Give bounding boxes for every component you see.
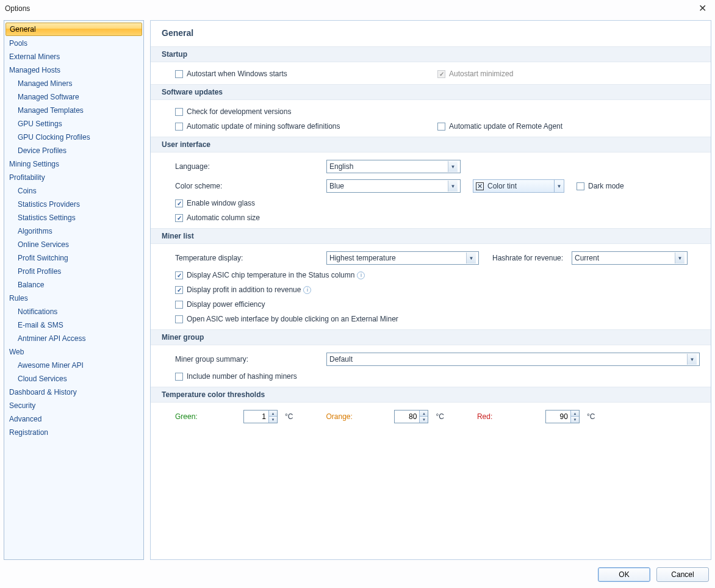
spin-down-icon[interactable]: ▼ [268, 417, 277, 423]
cancel-button[interactable]: Cancel [656, 567, 709, 582]
ok-button[interactable]: OK [598, 567, 650, 582]
sidebar-item[interactable]: Notifications [4, 305, 143, 318]
sidebar-item[interactable]: Pools [4, 37, 143, 50]
titlebar: Options ✕ [0, 0, 715, 16]
sidebar-item[interactable]: E-mail & SMS [4, 318, 143, 332]
sidebar-item[interactable]: Profitability [4, 171, 143, 184]
sidebar-item[interactable]: Balance [4, 278, 143, 292]
sidebar-item[interactable]: Coins [4, 184, 143, 198]
checkbox-window-glass[interactable]: Enable window glass [175, 199, 255, 207]
sidebar-item[interactable]: Online Services [4, 238, 143, 251]
checkbox-icon [175, 214, 183, 222]
threshold-orange-label: Orange: [326, 412, 387, 421]
sidebar-item[interactable]: Web [4, 345, 143, 359]
info-icon[interactable]: i [303, 286, 311, 294]
close-icon[interactable]: ✕ [695, 2, 710, 14]
hashrate-revenue-select[interactable]: Current ▼ [572, 251, 688, 265]
checkbox-auto-column-size[interactable]: Automatic column size [175, 213, 260, 222]
sidebar-item[interactable]: Registration [4, 426, 143, 439]
unit-label: °C [587, 412, 595, 421]
checkbox-power-efficiency[interactable]: Display power efficiency [175, 300, 265, 309]
threshold-green-spinner[interactable]: ▲▼ [243, 410, 278, 423]
section-header-ui: User interface [151, 137, 711, 152]
info-icon[interactable]: i [357, 271, 365, 279]
client-area: GeneralPoolsExternal MinersManaged Hosts… [0, 16, 715, 564]
threshold-orange-input[interactable] [395, 412, 419, 421]
chevron-down-icon: ▼ [466, 253, 476, 264]
language-label: Language: [175, 162, 326, 171]
chevron-down-icon: ▼ [687, 354, 697, 365]
threshold-red-spinner[interactable]: ▲▼ [545, 410, 580, 423]
section-header-miner-list: Miner list [151, 228, 711, 244]
threshold-green-label: Green: [175, 412, 236, 421]
checkbox-dev-versions[interactable]: Check for development versions [175, 107, 291, 116]
sidebar-item[interactable]: GPU Clocking Profiles [4, 131, 143, 144]
dialog-footer: OK Cancel [0, 564, 715, 588]
chevron-down-icon: ▼ [675, 253, 684, 264]
checkbox-update-remote-agent[interactable]: Automatic update of Remote Agent [437, 122, 562, 131]
sidebar-item[interactable]: Security [4, 399, 143, 412]
sidebar-item[interactable]: Rules [4, 292, 143, 305]
chevron-down-icon: ▼ [554, 180, 564, 192]
checkbox-icon [175, 123, 183, 131]
sidebar-item[interactable]: Managed Miners [4, 77, 143, 90]
sidebar-item[interactable]: Managed Hosts [4, 63, 143, 77]
checkbox-open-asic-web[interactable]: Open ASIC web interface by double clicki… [175, 315, 398, 323]
sidebar-item[interactable]: Dashboard & History [4, 385, 143, 399]
checkbox-icon [175, 373, 183, 381]
page-title: General [162, 28, 700, 38]
checkbox-icon [437, 70, 445, 78]
spin-down-icon[interactable]: ▼ [570, 417, 579, 423]
sidebar-item[interactable]: External Miners [4, 50, 143, 63]
checkbox-icon [175, 271, 183, 279]
checkbox-include-hashing-miners[interactable]: Include number of hashing miners [175, 372, 297, 381]
checkbox-autostart[interactable]: Autostart when Windows starts [175, 70, 287, 78]
section-header-miner-group: Miner group [151, 329, 711, 345]
spin-down-icon[interactable]: ▼ [419, 417, 428, 423]
miner-group-summary-label: Miner group summary: [175, 355, 326, 364]
section-header-startup: Startup [151, 46, 711, 62]
threshold-green-input[interactable] [244, 412, 268, 421]
hashrate-revenue-label: Hashrate for revenue: [492, 254, 572, 262]
sidebar-item[interactable]: Profit Profiles [4, 265, 143, 278]
spin-up-icon[interactable]: ▲ [419, 411, 428, 417]
sidebar-item[interactable]: Mining Settings [4, 157, 143, 171]
sidebar-item[interactable]: Antminer API Access [4, 332, 143, 345]
options-page: General Startup Autostart when Windows s… [150, 20, 711, 560]
section-header-updates: Software updates [151, 84, 711, 100]
language-select[interactable]: English ▼ [326, 160, 461, 173]
sidebar-item[interactable]: Statistics Providers [4, 198, 143, 211]
sidebar-item[interactable]: Statistics Settings [4, 211, 143, 224]
checkbox-icon [437, 123, 445, 131]
sidebar-item[interactable]: GPU Settings [4, 117, 143, 131]
sidebar-item[interactable]: Managed Software [4, 90, 143, 104]
threshold-red-input[interactable] [546, 412, 570, 421]
miner-group-summary-select[interactable]: Default ▼ [326, 353, 700, 366]
color-scheme-select[interactable]: Blue ▼ [326, 179, 461, 193]
spin-up-icon[interactable]: ▲ [570, 411, 579, 417]
checkbox-update-definitions[interactable]: Automatic update of mining software defi… [175, 122, 340, 131]
chevron-down-icon: ▼ [448, 161, 458, 172]
spin-up-icon[interactable]: ▲ [268, 411, 277, 417]
sidebar-item[interactable]: General [5, 23, 142, 36]
sidebar-item[interactable]: Algorithms [4, 224, 143, 238]
sidebar-item[interactable]: Managed Templates [4, 104, 143, 117]
checkbox-icon [175, 199, 183, 207]
checkbox-asic-chip-temp[interactable]: Display ASIC chip temperature in the Sta… [175, 271, 354, 279]
color-scheme-label: Color scheme: [175, 182, 326, 190]
sidebar-item[interactable]: Profit Switching [4, 251, 143, 265]
temperature-display-select[interactable]: Highest temperature ▼ [326, 251, 479, 265]
threshold-red-label: Red: [477, 412, 538, 421]
checkbox-autostart-minimized: Autostart minimized [437, 70, 513, 78]
threshold-orange-spinner[interactable]: ▲▼ [394, 410, 428, 423]
sidebar-item[interactable]: Cloud Services [4, 372, 143, 385]
color-tint-select[interactable]: ✕ Color tint ▼ [473, 179, 564, 193]
color-tint-swatch: ✕ [476, 182, 484, 190]
sidebar-item[interactable]: Advanced [4, 412, 143, 426]
checkbox-icon [175, 286, 183, 294]
unit-label: °C [285, 412, 293, 421]
sidebar-item[interactable]: Awesome Miner API [4, 359, 143, 372]
sidebar-item[interactable]: Device Profiles [4, 144, 143, 157]
checkbox-display-profit[interactable]: Display profit in addition to revenue [175, 285, 301, 294]
checkbox-dark-mode[interactable]: Dark mode [577, 182, 624, 190]
